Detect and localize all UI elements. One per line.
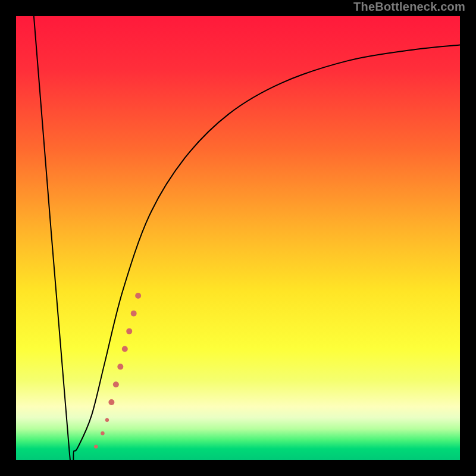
- watermark-label: TheBottleneck.com: [353, 0, 465, 14]
- marker-dot: [117, 364, 123, 369]
- chart-frame: TheBottleneck.com: [0, 0, 476, 476]
- marker-dot: [135, 293, 141, 299]
- marker-dot: [94, 444, 98, 448]
- marker-dot: [105, 418, 109, 422]
- marker-dot: [131, 311, 137, 317]
- marker-dot: [113, 381, 119, 387]
- plot-background: [16, 16, 460, 460]
- bottleneck-chart: [0, 0, 476, 476]
- marker-dot: [108, 399, 114, 405]
- marker-dot: [101, 431, 104, 435]
- marker-dot: [126, 328, 132, 334]
- marker-dot: [122, 346, 128, 352]
